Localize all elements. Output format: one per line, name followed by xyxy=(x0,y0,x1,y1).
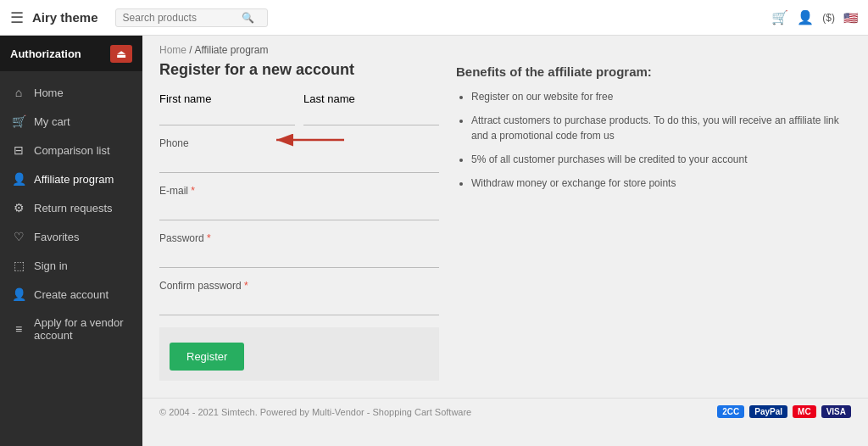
sidebar-item-label: Affiliate program xyxy=(34,173,114,186)
footer-payments: 2CC PayPal MC VISA xyxy=(717,405,851,418)
register-button-area: Register xyxy=(159,327,439,381)
sidebar-item-label: Sign in xyxy=(34,259,68,272)
search-input[interactable] xyxy=(123,12,242,24)
password-input[interactable] xyxy=(159,248,439,268)
benefits-section: Benefits of the affiliate program: Regis… xyxy=(456,61,851,381)
list-item: Attract customers to purchase products. … xyxy=(471,113,851,143)
confirm-password-label: Confirm password * xyxy=(159,280,439,292)
email-group: E-mail * xyxy=(159,185,439,220)
breadcrumb-separator: / xyxy=(189,44,192,56)
sidebar-title: Authorization xyxy=(10,47,81,60)
sidebar-item-sign-in[interactable]: ⬚ Sign in xyxy=(0,251,142,280)
payment-2co-badge: 2CC xyxy=(717,405,744,418)
list-item: 5% of all customer purchases will be cre… xyxy=(471,152,851,167)
affiliate-icon: 👤 xyxy=(12,172,25,186)
footer-copyright: © 2004 - 2021 Simtech. Powered by Multi-… xyxy=(159,407,471,417)
breadcrumb: Home / Affiliate program xyxy=(142,36,868,61)
sign-in-icon: ⬚ xyxy=(12,259,25,272)
vendor-icon: ≡ xyxy=(12,322,25,336)
create-account-icon: 👤 xyxy=(12,287,25,301)
sidebar-header: Authorization ⏏ xyxy=(0,36,142,71)
payment-paypal-badge: PayPal xyxy=(749,405,787,418)
currency-selector[interactable]: ($) xyxy=(822,12,835,24)
confirm-password-group: Confirm password * xyxy=(159,280,439,315)
language-flag[interactable]: 🇺🇸 xyxy=(843,11,858,25)
phone-input[interactable] xyxy=(159,153,439,173)
hamburger-menu-icon[interactable]: ☰ xyxy=(10,8,24,27)
page-grid: Register for a new account First name La… xyxy=(142,61,868,398)
sidebar-item-label: Create account xyxy=(34,288,108,301)
payment-mastercard-badge: MC xyxy=(793,405,816,418)
breadcrumb-current: Affiliate program xyxy=(194,44,268,56)
search-icon: 🔍 xyxy=(242,12,254,24)
benefits-title: Benefits of the affiliate program: xyxy=(456,64,851,79)
list-item: Register on our website for free xyxy=(471,89,851,104)
content-area: Home / Affiliate program Register for a … xyxy=(142,36,868,446)
phone-group: Phone xyxy=(159,137,439,173)
last-name-input[interactable] xyxy=(303,105,439,125)
brand-name: Airy theme xyxy=(32,10,98,25)
cart-icon[interactable]: 🛒 xyxy=(771,9,788,25)
favorites-icon: ♡ xyxy=(12,230,25,243)
cart-sidebar-icon: 🛒 xyxy=(12,114,25,128)
list-item: Withdraw money or exchange for store poi… xyxy=(471,176,851,191)
sidebar-item-vendor-account[interactable]: ≡ Apply for a vendor account xyxy=(0,309,142,349)
phone-label: Phone xyxy=(159,137,439,149)
breadcrumb-home[interactable]: Home xyxy=(159,44,186,56)
last-name-label: Last name xyxy=(303,92,355,105)
header-right: 🛒 👤 ($) 🇺🇸 xyxy=(771,9,858,25)
sidebar-item-label: Home xyxy=(34,86,64,99)
sidebar-item-favorites[interactable]: ♡ Favorites xyxy=(0,222,142,251)
sidebar-nav: ⌂ Home 🛒 My cart ⊟ Comparison list 👤 Aff… xyxy=(0,71,142,356)
name-row: First name Last name xyxy=(159,92,439,125)
sidebar-item-return-requests[interactable]: ⚙ Return requests xyxy=(0,193,142,222)
form-section: Register for a new account First name La… xyxy=(159,61,439,381)
form-title: Register for a new account xyxy=(159,61,439,79)
return-icon: ⚙ xyxy=(12,201,25,215)
home-icon: ⌂ xyxy=(12,86,25,99)
sidebar-item-create-account[interactable]: 👤 Create account xyxy=(0,280,142,309)
password-label: Password * xyxy=(159,232,439,244)
benefits-list: Register on our website for free Attract… xyxy=(456,89,851,191)
sidebar-item-label: Comparison list xyxy=(34,144,110,157)
email-input[interactable] xyxy=(159,200,439,220)
first-name-label: First name xyxy=(159,92,211,105)
first-name-input[interactable] xyxy=(159,105,295,125)
sidebar-item-label: Favorites xyxy=(34,231,79,243)
email-label: E-mail * xyxy=(159,185,439,197)
confirm-password-input[interactable] xyxy=(159,295,439,315)
header: ☰ Airy theme 🔍 🛒 👤 ($) 🇺🇸 xyxy=(0,0,868,36)
first-name-group: First name xyxy=(159,92,295,125)
sidebar-item-home[interactable]: ⌂ Home xyxy=(0,78,142,107)
sidebar-item-my-cart[interactable]: 🛒 My cart xyxy=(0,107,142,136)
footer: © 2004 - 2021 Simtech. Powered by Multi-… xyxy=(142,398,868,425)
exit-icon[interactable]: ⏏ xyxy=(110,45,132,63)
sidebar-item-comparison-list[interactable]: ⊟ Comparison list xyxy=(0,136,142,164)
last-name-group: Last name xyxy=(303,92,439,125)
sidebar-item-affiliate-program[interactable]: 👤 Affiliate program xyxy=(0,164,142,193)
user-icon[interactable]: 👤 xyxy=(797,9,814,25)
payment-visa-badge: VISA xyxy=(821,405,851,418)
main-layout: Authorization ⏏ ⌂ Home 🛒 My cart ⊟ Compa… xyxy=(0,36,868,446)
comparison-icon: ⊟ xyxy=(12,143,25,157)
sidebar: Authorization ⏏ ⌂ Home 🛒 My cart ⊟ Compa… xyxy=(0,36,142,446)
search-bar: 🔍 xyxy=(115,8,268,27)
sidebar-item-label: Apply for a vendor account xyxy=(34,316,131,342)
password-group: Password * xyxy=(159,232,439,268)
register-button[interactable]: Register xyxy=(170,343,244,371)
sidebar-item-label: My cart xyxy=(34,115,70,128)
sidebar-item-label: Return requests xyxy=(34,202,113,215)
